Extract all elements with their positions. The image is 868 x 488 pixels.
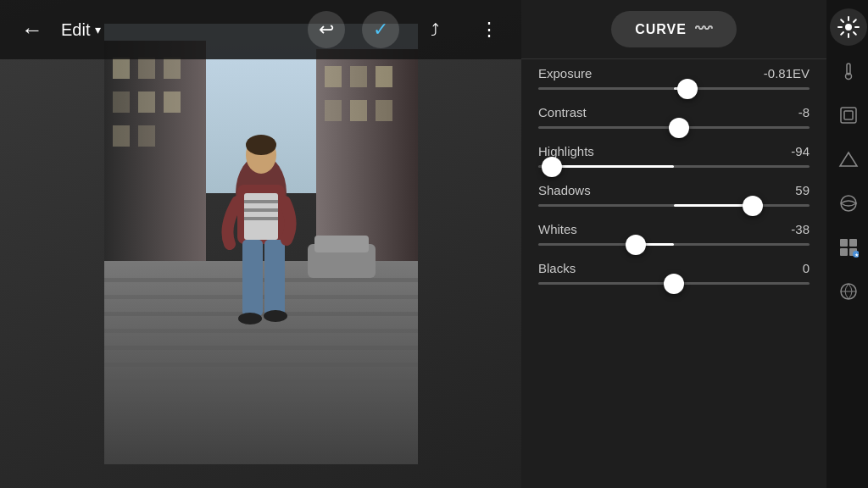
svg-line-46 bbox=[854, 32, 856, 35]
slider-track-shadows[interactable] bbox=[538, 204, 810, 207]
svg-rect-32 bbox=[244, 208, 278, 212]
slider-value-exposure: -0.81EV bbox=[764, 66, 810, 80]
slider-thumb-shadows[interactable] bbox=[743, 196, 763, 216]
slider-label-whites: Whites bbox=[538, 222, 577, 236]
slider-thumb-whites[interactable] bbox=[626, 235, 646, 255]
svg-line-45 bbox=[841, 19, 843, 22]
photo-panel: ← Edit ▾ ↩ ✓ ⤴ ⋮ bbox=[0, 0, 521, 488]
slider-thumb-blacks[interactable] bbox=[664, 274, 684, 294]
svg-rect-23 bbox=[104, 363, 418, 367]
slider-value-blacks: 0 bbox=[803, 261, 810, 275]
curve-header: CURVE 〰 bbox=[521, 0, 826, 59]
svg-rect-24 bbox=[104, 380, 418, 384]
slider-row-shadows: Shadows59 bbox=[538, 183, 810, 207]
svg-point-36 bbox=[238, 313, 262, 324]
slider-label-highlights: Highlights bbox=[538, 144, 594, 158]
svg-rect-52 bbox=[844, 111, 853, 119]
top-bar: ← Edit ▾ ↩ ✓ ⤴ ⋮ bbox=[0, 0, 521, 59]
globe-icon[interactable] bbox=[830, 273, 867, 310]
svg-marker-53 bbox=[840, 152, 857, 166]
slider-track-whites[interactable] bbox=[538, 243, 810, 246]
slider-row-contrast: Contrast-8 bbox=[538, 105, 810, 129]
slider-track-blacks[interactable] bbox=[538, 282, 810, 285]
light-icon[interactable] bbox=[830, 8, 867, 46]
slider-value-highlights: -94 bbox=[791, 144, 810, 158]
slider-label-contrast: Contrast bbox=[538, 105, 587, 119]
dropdown-icon: ▾ bbox=[95, 23, 101, 36]
photo-background bbox=[0, 0, 521, 488]
lens-icon[interactable] bbox=[830, 185, 867, 222]
svg-rect-31 bbox=[244, 200, 278, 203]
svg-rect-16 bbox=[376, 100, 392, 121]
curve-icon: 〰 bbox=[695, 19, 713, 39]
svg-rect-15 bbox=[350, 100, 367, 121]
svg-point-40 bbox=[845, 24, 852, 30]
slider-fill-shadows bbox=[674, 204, 753, 207]
slider-value-shadows: 59 bbox=[795, 183, 810, 197]
svg-rect-14 bbox=[325, 100, 342, 121]
controls-panel: CURVE 〰 Exposure-0.81EVContrast-8Highlig… bbox=[521, 0, 826, 488]
slider-label-shadows: Shadows bbox=[538, 183, 591, 197]
svg-line-47 bbox=[854, 19, 856, 22]
edit-label: Edit bbox=[61, 20, 90, 40]
undo-button[interactable]: ↩ bbox=[308, 11, 345, 48]
svg-rect-7 bbox=[164, 92, 181, 113]
slider-row-exposure: Exposure-0.81EV bbox=[538, 66, 810, 90]
svg-rect-25 bbox=[104, 396, 418, 401]
frame-icon[interactable] bbox=[830, 97, 867, 134]
svg-line-48 bbox=[841, 32, 843, 35]
svg-rect-4 bbox=[164, 58, 181, 79]
top-bar-left: ← Edit ▾ bbox=[14, 11, 101, 48]
slider-row-whites: Whites-38 bbox=[538, 222, 810, 246]
top-bar-right: ↩ ✓ ⤴ ⋮ bbox=[308, 11, 508, 48]
svg-rect-56 bbox=[849, 239, 857, 247]
slider-label-exposure: Exposure bbox=[538, 66, 592, 80]
slider-row-highlights: Highlights-94 bbox=[538, 144, 810, 168]
svg-rect-34 bbox=[242, 240, 263, 316]
svg-rect-39 bbox=[314, 236, 369, 252]
triangle-icon[interactable] bbox=[830, 141, 867, 178]
svg-rect-55 bbox=[840, 239, 848, 247]
more-button[interactable]: ⋮ bbox=[470, 11, 508, 48]
done-button[interactable]: ✓ bbox=[362, 11, 399, 48]
photo-image bbox=[104, 24, 418, 464]
svg-rect-13 bbox=[376, 66, 392, 87]
svg-rect-51 bbox=[841, 108, 856, 123]
slider-track-exposure[interactable] bbox=[538, 87, 810, 90]
svg-point-28 bbox=[246, 135, 276, 155]
slider-thumb-contrast[interactable] bbox=[669, 118, 689, 138]
svg-rect-2 bbox=[113, 58, 130, 79]
svg-rect-22 bbox=[104, 346, 418, 350]
curve-button[interactable]: CURVE 〰 bbox=[611, 11, 737, 47]
svg-rect-3 bbox=[138, 58, 155, 79]
svg-rect-6 bbox=[138, 92, 155, 113]
svg-rect-5 bbox=[113, 92, 130, 113]
slider-row-blacks: Blacks0 bbox=[538, 261, 810, 285]
svg-rect-57 bbox=[840, 248, 848, 256]
share-button[interactable]: ⤴ bbox=[416, 11, 453, 48]
svg-point-37 bbox=[264, 310, 287, 322]
slider-track-highlights[interactable] bbox=[538, 165, 810, 168]
svg-text:★: ★ bbox=[854, 252, 859, 258]
svg-point-54 bbox=[841, 196, 856, 211]
slider-fill-highlights bbox=[552, 165, 674, 168]
sliders-area: Exposure-0.81EVContrast-8Highlights-94Sh… bbox=[521, 59, 826, 488]
temp-icon[interactable] bbox=[830, 53, 867, 90]
back-button[interactable]: ← bbox=[14, 11, 51, 48]
grid-icon[interactable]: ★ bbox=[830, 229, 867, 266]
slider-thumb-exposure[interactable] bbox=[677, 79, 698, 99]
icon-sidebar: ★ bbox=[826, 0, 868, 488]
slider-track-contrast[interactable] bbox=[538, 126, 810, 129]
slider-value-whites: -38 bbox=[791, 222, 810, 236]
slider-value-contrast: -8 bbox=[798, 105, 810, 119]
curve-label: CURVE bbox=[635, 22, 687, 37]
svg-rect-11 bbox=[325, 66, 342, 87]
slider-thumb-highlights[interactable] bbox=[542, 157, 562, 177]
svg-rect-33 bbox=[244, 217, 278, 220]
edit-title: Edit ▾ bbox=[61, 20, 101, 40]
svg-rect-35 bbox=[264, 240, 285, 316]
svg-rect-21 bbox=[104, 329, 418, 333]
svg-rect-12 bbox=[350, 66, 367, 87]
svg-rect-9 bbox=[138, 125, 155, 147]
svg-rect-8 bbox=[113, 125, 130, 147]
